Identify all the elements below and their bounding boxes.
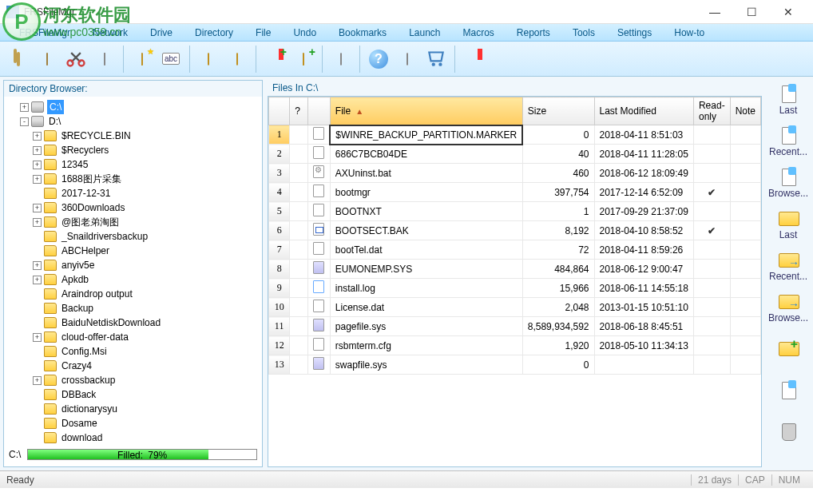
menu-bookmarks[interactable]: Bookmarks [327,27,398,38]
directory-tree[interactable]: +C:\-D:\+$RECYCLE.BIN+$Recyclers+12345+1… [4,97,262,446]
row-header[interactable]: 4 [269,183,290,202]
file-name-cell[interactable]: bootmgr [330,183,522,202]
table-row[interactable]: 5 BOOTNXT 1 2017-09-29 21:37:09 [269,202,761,221]
tree-label[interactable]: Dosame [60,416,99,431]
row-header[interactable]: 1 [269,125,290,145]
tree-drive[interactable]: -D:\ [7,114,259,129]
table-row[interactable]: 3 AXUninst.bat 460 2018-06-12 18:09:49 [269,164,761,183]
tree-folder[interactable]: +Apkdb [7,272,259,287]
tree-label[interactable]: dictionarysyu [60,402,119,416]
new-folder-button[interactable]: ★ [129,46,156,73]
tree-label[interactable]: Downloads [60,445,110,446]
file-grid[interactable]: ?File▲SizeLast ModifiedRead-onlyNote1 $W… [268,97,761,375]
tree-folder[interactable]: Dosame [7,416,259,431]
tree-label[interactable]: C:\ [47,100,64,114]
row-header[interactable]: 12 [269,336,290,355]
expander-icon[interactable]: + [33,376,42,385]
tree-label[interactable]: $Recyclers [60,143,110,157]
expander-icon[interactable]: + [33,146,42,155]
menu-reports[interactable]: Reports [506,27,561,38]
column-note[interactable]: Note [730,97,760,125]
menu-undo[interactable]: Undo [282,27,327,38]
tree-folder[interactable]: dictionarysyu [7,402,259,416]
tree-folder[interactable]: +cloud-offer-data [7,330,259,344]
tree-label[interactable]: crossbackup [60,373,117,387]
tree-label[interactable]: 1688图片采集 [60,172,123,186]
table-row[interactable]: 4 bootmgr 397,754 2017-12-14 6:52:09 ✔ [269,183,761,202]
menu-launch[interactable]: Launch [398,27,451,38]
table-row[interactable]: 1 $WINRE_BACKUP_PARTITION.MARKER 0 2018-… [269,125,761,145]
tree-folder[interactable]: Backup [7,301,259,315]
table-row[interactable]: 6 BOOTSECT.BAK 8,192 2018-04-10 8:58:52 … [269,221,761,240]
help-button[interactable]: ? [365,46,392,73]
table-row[interactable]: 9 install.log 15,966 2018-06-11 14:55:18 [269,279,761,298]
bookmark2-button[interactable] [460,46,487,73]
tree-label[interactable]: $RECYCLE.BIN [60,129,133,143]
tree-label[interactable]: Apkdb [60,272,90,287]
add-bookmark-button[interactable]: + [261,46,288,73]
tree-folder[interactable]: ABCHelper [7,244,259,258]
expander-icon[interactable]: + [33,175,42,184]
expander-icon[interactable]: + [33,204,42,212]
side-button-trash[interactable] [766,412,811,452]
side-button-doc[interactable] [766,371,811,411]
menu-macros[interactable]: Macros [452,27,506,38]
delete-button[interactable] [91,46,118,73]
tree-folder[interactable]: +360Downloads [7,200,259,215]
tree-folder[interactable]: download [7,431,259,445]
tree-folder[interactable]: +$Recyclers [7,143,259,157]
tree-label[interactable]: download [60,431,104,445]
tree-label[interactable]: cloud-offer-data [60,330,130,344]
tree-folder[interactable]: _Snaildriversbackup [7,229,259,244]
column-file[interactable]: File▲ [330,97,522,125]
tree-folder[interactable]: +1688图片采集 [7,172,259,186]
row-header[interactable]: 6 [269,221,290,240]
file-name-cell[interactable]: bootTel.dat [330,240,522,260]
expander-icon[interactable]: + [33,132,42,141]
table-row[interactable]: 10 License.dat 2,048 2013-01-15 10:51:10 [269,298,761,317]
expander-icon[interactable]: + [33,261,42,270]
file-name-cell[interactable]: rsbmterm.cfg [330,336,522,355]
expander-icon[interactable]: + [33,218,42,227]
menu-network[interactable]: Network [81,27,139,38]
file-name-cell[interactable]: License.dat [330,298,522,317]
tree-label[interactable]: 2017-12-31 [60,186,112,200]
side-button-last[interactable]: Last [766,80,811,120]
tree-label[interactable]: Crazy4 [60,359,93,373]
column-flag[interactable]: ? [290,97,307,125]
menu-frsfilemgr[interactable]: FRSFileMgr [8,27,81,38]
tree-label[interactable]: Config.Msi [60,344,109,359]
row-header[interactable]: 8 [269,260,290,279]
feedback-button[interactable] [394,46,421,73]
column-icon[interactable] [307,97,330,125]
expander-icon[interactable]: + [33,161,42,169]
tree-folder[interactable]: +$RECYCLE.BIN [7,129,259,143]
column-row[interactable] [269,97,290,125]
row-header[interactable]: 7 [269,240,290,260]
table-row[interactable]: 8 EUMONEMP.SYS 484,864 2018-06-12 9:00:4… [269,260,761,279]
file-name-cell[interactable]: swapfile.sys [330,355,522,375]
column-readonly[interactable]: Read-only [693,97,730,125]
row-header[interactable]: 2 [269,145,290,164]
side-button-browse[interactable]: Browse... [766,288,811,327]
menu-how-to[interactable]: How-to [663,27,716,38]
tree-folder[interactable]: Config.Msi [7,344,259,359]
table-row[interactable]: 12 rsbmterm.cfg 1,920 2018-05-10 11:34:1… [269,336,761,355]
expander-icon[interactable]: + [33,276,42,284]
tree-label[interactable]: BaiduNetdiskDownload [60,315,162,330]
tree-folder[interactable]: Araindrop output [7,287,259,301]
row-header[interactable]: 3 [269,164,290,183]
tree-label[interactable]: D:\ [47,114,62,129]
file-name-cell[interactable]: $WINRE_BACKUP_PARTITION.MARKER [330,125,522,145]
table-row[interactable]: 2 686C7BCB04DE 40 2018-04-11 11:28:05 [269,145,761,164]
copy-button[interactable] [5,46,32,73]
open-button[interactable] [195,46,222,73]
side-button-last[interactable]: Last [766,204,811,244]
close-button[interactable]: ✕ [770,1,807,23]
paste-button[interactable] [34,46,61,73]
row-header[interactable]: 13 [269,355,290,375]
side-button-fold-plus[interactable] [766,329,811,369]
expander-icon[interactable]: - [20,117,29,126]
row-header[interactable]: 5 [269,202,290,221]
file-name-cell[interactable]: BOOTSECT.BAK [330,221,522,240]
